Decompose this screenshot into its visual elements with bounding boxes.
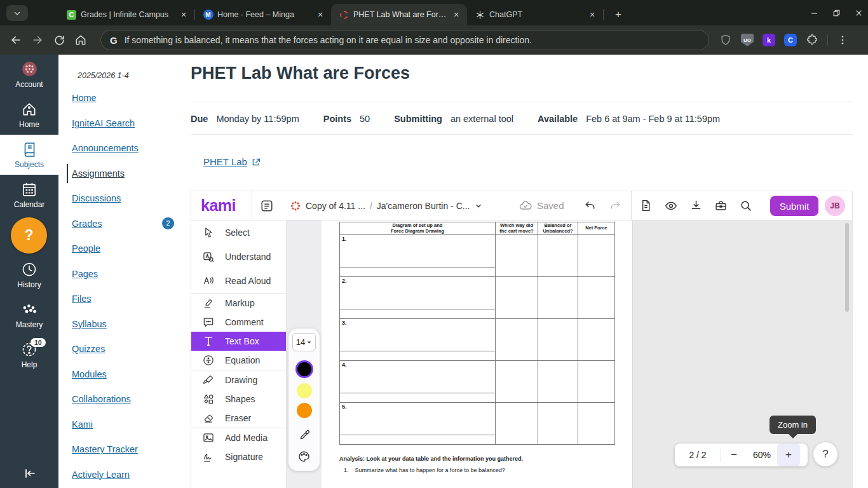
kami-help-button[interactable]: ? — [813, 442, 837, 466]
net-force-cell[interactable] — [578, 361, 615, 403]
balanced-cell[interactable] — [538, 361, 578, 403]
redo-button[interactable] — [604, 191, 626, 220]
kami-tool-read-aloud[interactable]: Read Aloud — [191, 269, 286, 293]
cart-move-cell[interactable] — [496, 403, 538, 445]
color-swatch-yellow[interactable] — [297, 383, 312, 398]
kami-tool-eraser[interactable]: Eraser — [191, 409, 286, 428]
undo-button[interactable] — [579, 191, 600, 220]
zoom-in-button[interactable]: + — [777, 444, 800, 466]
close-window-icon[interactable] — [855, 9, 863, 17]
download-icon[interactable] — [689, 199, 703, 212]
kami-tool-text-box[interactable]: Text Box — [191, 332, 286, 351]
address-bar[interactable]: G If something is balanced, it means tha… — [100, 30, 709, 50]
browser-tab[interactable]: PHET Lab What are Forces✕ — [331, 4, 467, 25]
course-nav-link-actively-learn[interactable]: Actively Learn — [72, 470, 130, 480]
course-nav-link-people[interactable]: People — [72, 243, 100, 254]
zoom-out-button[interactable]: − — [721, 444, 747, 466]
sidebar-item-history[interactable]: History — [0, 255, 58, 295]
sidebar-item-home[interactable]: Home — [0, 95, 58, 135]
balanced-cell[interactable] — [538, 319, 578, 361]
tab-close-icon[interactable]: ✕ — [451, 9, 462, 20]
document-title-menu[interactable]: Copy of 4.11 ... / Ja'cameron Burtin - C… — [290, 191, 483, 220]
eyedropper-icon[interactable] — [298, 429, 311, 442]
browser-tab[interactable]: MHome · Feed – Minga✕ — [195, 4, 331, 25]
kami-tool-add-media[interactable]: Add Media — [191, 428, 286, 447]
color-swatch-black[interactable] — [297, 362, 311, 376]
avatar[interactable]: JB — [825, 196, 845, 216]
kami-tool-equation[interactable]: Equation — [191, 351, 286, 370]
kami-tool-shapes[interactable]: Shapes — [191, 390, 286, 409]
sidebar-item-calendar[interactable]: Calendar — [0, 175, 58, 215]
search-icon[interactable] — [739, 199, 752, 212]
tab-close-icon[interactable]: ✕ — [315, 9, 326, 20]
course-nav-link-announcements[interactable]: Announcements — [72, 143, 139, 153]
extensions-puzzle-icon[interactable] — [806, 34, 818, 46]
course-nav-link-mastery-tracker[interactable]: Mastery Tracker — [72, 444, 138, 454]
font-size-dropdown[interactable]: 14 — [292, 333, 316, 351]
course-nav-link-grades[interactable]: Grades — [72, 219, 102, 229]
tab-close-icon[interactable]: ✕ — [178, 9, 189, 20]
pdf-page[interactable]: Diagram of set up andForce Diagram Drawi… — [322, 220, 633, 488]
browser-tab[interactable]: CGrades | Infinite Campus✕ — [58, 4, 194, 25]
diagram-cell[interactable]: 1. — [340, 235, 496, 268]
course-nav-link-igniteai-search[interactable]: IgniteAI Search — [72, 118, 135, 128]
new-tab-button[interactable]: + — [610, 6, 627, 23]
viewer-scrollbar[interactable] — [845, 223, 849, 312]
course-nav-link-home[interactable]: Home — [72, 93, 97, 103]
diagram-cell[interactable]: 5. — [340, 403, 496, 435]
kami-tool-markup[interactable]: Markup — [191, 294, 286, 313]
toolbox-icon[interactable] — [714, 199, 728, 212]
kami-tool-signature[interactable]: Signature — [191, 447, 286, 466]
diagram-cell[interactable]: 4. — [340, 361, 496, 393]
course-nav-link-collaborations[interactable]: Collaborations — [72, 394, 131, 404]
reload-button[interactable] — [48, 29, 70, 51]
tab-close-icon[interactable]: ✕ — [587, 9, 598, 20]
diagram-cell[interactable]: 2. — [340, 277, 496, 309]
phet-lab-link[interactable]: PHET Lab — [203, 156, 247, 167]
diagram-cell[interactable]: 3. — [340, 319, 496, 351]
course-nav-link-modules[interactable]: Modules — [72, 369, 107, 379]
cart-move-cell[interactable] — [496, 361, 538, 403]
cart-move-cell[interactable] — [496, 235, 538, 277]
diagram-strip-cell[interactable] — [340, 268, 496, 277]
course-nav-link-quizzes[interactable]: Quizzes — [72, 344, 105, 354]
home-button[interactable] — [70, 29, 92, 51]
outline-menu-button[interactable] — [260, 191, 274, 220]
pages-icon[interactable] — [639, 199, 653, 212]
cart-move-cell[interactable] — [496, 277, 538, 319]
restore-icon[interactable] — [832, 9, 841, 17]
clever-extension-icon[interactable]: C — [784, 34, 797, 46]
sidebar-item-mastery[interactable]: Mastery — [0, 295, 58, 335]
color-palette-icon[interactable] — [297, 450, 311, 463]
forward-button[interactable] — [27, 29, 48, 51]
minimize-icon[interactable] — [810, 9, 818, 17]
view-options-icon[interactable] — [664, 199, 678, 213]
kami-tool-drawing[interactable]: Drawing — [191, 370, 286, 390]
floating-help-button[interactable]: ? — [11, 217, 47, 254]
browser-menu-icon[interactable] — [837, 34, 848, 46]
back-button[interactable] — [5, 29, 27, 51]
diagram-strip-cell[interactable] — [340, 309, 496, 319]
collapse-nav-button[interactable] — [0, 463, 58, 484]
course-nav-link-pages[interactable]: Pages — [72, 269, 98, 279]
course-nav-link-discussions[interactable]: Discussions — [72, 193, 121, 203]
course-nav-link-assignments[interactable]: Assignments — [72, 168, 125, 179]
course-nav-link-syllabus[interactable]: Syllabus — [72, 319, 107, 329]
kami-tool-select[interactable]: Select — [191, 220, 286, 245]
color-swatch-orange[interactable] — [297, 403, 312, 418]
cart-move-cell[interactable] — [496, 319, 538, 361]
ublock-extension-icon[interactable]: UO — [741, 34, 754, 46]
sidebar-item-subjects[interactable]: Subjects — [0, 135, 58, 175]
diagram-strip-cell[interactable] — [340, 393, 496, 403]
net-force-cell[interactable] — [578, 277, 615, 319]
diagram-strip-cell[interactable] — [340, 435, 496, 445]
balanced-cell[interactable] — [538, 403, 578, 445]
course-nav-link-kami[interactable]: Kami — [72, 419, 93, 430]
sidebar-item-help[interactable]: Help10 — [0, 335, 58, 375]
tab-search-button[interactable] — [6, 5, 28, 21]
browser-tab[interactable]: ChatGPT✕ — [467, 4, 603, 25]
net-force-cell[interactable] — [578, 235, 615, 277]
net-force-cell[interactable] — [578, 403, 615, 445]
course-nav-link-files[interactable]: Files — [72, 294, 92, 304]
balanced-cell[interactable] — [538, 235, 578, 277]
